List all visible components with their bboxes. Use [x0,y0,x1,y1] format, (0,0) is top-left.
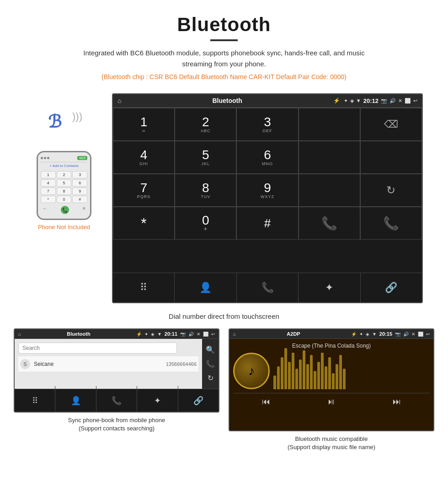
music-note-icon: ♪ [248,364,255,378]
music-main-area: ♪ [233,353,430,389]
music-prev-button[interactable]: ⏮ [262,397,270,407]
dialpad-refresh-button[interactable]: ↻ [360,174,422,207]
phone-key-8[interactable]: 8 [57,188,72,195]
phonebook-signal-icon: ▼ [157,332,162,337]
phonebook-contact-row[interactable]: S Seicane 13566664466 [18,356,198,372]
viz-bar [317,362,320,389]
phone-key-hash[interactable]: # [72,196,87,203]
phonebook-bottom-bar: ⠿ 👤 📞 ✦ 🔗 [15,389,219,412]
dialpad-key-7[interactable]: 7 PQRS [113,174,175,207]
viz-bar [303,350,305,389]
car-status-icons: ✦ ◈ ▼ 20:12 📷 🔊 ✕ ⬜ ↩ [344,97,417,104]
viz-bar [332,373,335,389]
phonebook-car-screen: ⌂ Bluetooth ⚡ ✦ ◈ ▼ 20:11 📷 🔊 ✕ ⬜ ↩ S [14,328,219,413]
dialpad-key-4[interactable]: 4 GHI [113,141,175,174]
contact-name: Seicane [34,361,166,367]
phone-key-2[interactable]: 2 [57,171,72,178]
music-status-time: 20:15 [379,331,392,337]
dialpad-key-6[interactable]: 6 MNO [236,141,298,174]
phonebook-rect-icon[interactable]: ⬜ [203,332,208,337]
music-signal-icon: ▼ [372,332,377,337]
dialpad-key-2[interactable]: 2 ABC [175,108,236,141]
music-caption: Bluetooth music compatible(Support displ… [288,435,375,451]
contact-initial: S [20,359,30,369]
phone-key-9[interactable]: 9 [72,188,87,195]
car-bottom-bluetooth-icon[interactable]: ✦ [299,273,360,302]
music-album-art: ♪ [233,353,270,389]
phone-not-included-label: Phone Not Included [38,224,90,231]
dialpad-key-5[interactable]: 5 JKL [175,141,236,174]
car-bottom-dialpad-icon[interactable]: ⠿ [113,273,175,302]
pb-bottom-dialpad-icon[interactable]: ⠿ [15,386,55,413]
viz-bar [273,376,276,389]
back-status-icon[interactable]: ↩ [413,98,417,104]
dialpad-key-3[interactable]: 3 DEF [236,108,298,141]
sidebar-refresh-icon[interactable]: ↻ [208,374,213,382]
phonebook-search-input[interactable] [18,343,177,354]
phonebook-close-icon[interactable]: ✕ [197,332,200,337]
phone-key-1[interactable]: 1 [41,171,56,178]
pb-bottom-link-icon[interactable]: 🔗 [178,386,219,413]
dialpad-key-0[interactable]: 0 + [175,207,236,240]
phone-key-3[interactable]: 3 [72,171,87,178]
phone-call-button[interactable]: 📞 [61,206,69,214]
phone-key-4[interactable]: 4 [41,179,56,187]
viz-bar [295,369,298,389]
phone-key-star[interactable]: * [41,196,56,203]
dialpad-call-red-button[interactable]: 📞 [360,207,422,240]
dialpad-delete-button[interactable]: ⌫ [360,108,422,141]
bluetooth-icon-wrapper: ℬ ))) [46,107,82,144]
home-icon[interactable]: ⌂ [117,97,121,104]
music-song-title: Escape (The Pina Colada Song) [233,343,430,349]
phonebook-camera-icon: 📷 [180,332,186,337]
phone-menu-icon[interactable]: ≡ [83,206,85,214]
dialpad-key-hash[interactable]: # [236,207,298,240]
phone-top-bar: M23 [41,156,87,160]
car-bottom-contacts-icon[interactable]: 👤 [175,273,236,302]
phonebook-home-icon[interactable]: ⌂ [18,332,21,337]
phone-key-5[interactable]: 5 [57,179,72,187]
page-header: Bluetooth Integrated with BC6 Bluetooth … [0,0,448,93]
pb-bottom-contacts-icon[interactable]: 👤 [55,386,96,413]
music-visualizer [273,353,430,389]
car-screen-title: Bluetooth [125,97,329,104]
phone-back-icon[interactable]: ← [43,206,47,214]
music-screen-title: A2DP [239,331,348,337]
dialpad-key-9[interactable]: 9 WXYZ [236,174,298,207]
sidebar-call-icon[interactable]: 📞 [206,359,215,368]
phonebook-back-icon[interactable]: ↩ [211,332,215,337]
pb-bottom-phone-icon[interactable]: 📞 [96,386,137,413]
main-screen-section: ℬ ))) M23 + Add to Contacts 1 2 3 4 5 6 … [0,93,448,308]
sidebar-search-icon[interactable]: 🔍 [206,345,215,354]
phonebook-status-time: 20:11 [165,331,177,337]
viz-bar [310,355,313,389]
car-status-time: 20:12 [363,97,379,104]
phonebook-location-icon: ◈ [151,332,155,337]
dialpad-call-green-button[interactable]: 📞 [299,207,360,240]
dialpad-key-8[interactable]: 8 TUV [175,174,236,207]
phonebook-sidebar: 🔍 📞 ↻ [202,339,219,389]
close-status-icon[interactable]: ✕ [398,98,402,104]
dialpad-grid: 1 ∞ 2 ABC 3 DEF ⌫ 4 GHI 5 JKL [113,107,422,273]
dialpad-key-1[interactable]: 1 ∞ [113,108,175,141]
pb-bottom-bt-icon[interactable]: ✦ [137,386,178,413]
phone-key-6[interactable]: 6 [72,179,87,187]
music-home-icon[interactable]: ⌂ [233,332,236,337]
viz-bar [314,371,316,389]
rect-status-icon[interactable]: ⬜ [405,98,411,104]
dialpad-key-star[interactable]: * [113,207,175,240]
music-rect-icon[interactable]: ⬜ [418,332,423,337]
music-playpause-button[interactable]: ⏯ [327,397,336,407]
phone-key-0[interactable]: 0 [57,196,72,203]
car-bottom-link-icon[interactable]: 🔗 [361,273,422,302]
bt-status-icon: ✦ [344,98,348,104]
phone-key-7[interactable]: 7 [41,188,56,195]
title-underline [210,39,238,41]
location-status-icon: ◈ [350,98,354,104]
car-bottom-phone-icon[interactable]: 📞 [237,273,299,302]
music-next-button[interactable]: ⏭ [393,397,401,407]
music-back-icon[interactable]: ↩ [426,332,430,337]
car-bottom-bar: ⠿ 👤 📞 ✦ 🔗 [113,273,422,302]
bluetooth-signal-icon: ))) [72,111,82,123]
music-close-icon[interactable]: ✕ [411,332,415,337]
